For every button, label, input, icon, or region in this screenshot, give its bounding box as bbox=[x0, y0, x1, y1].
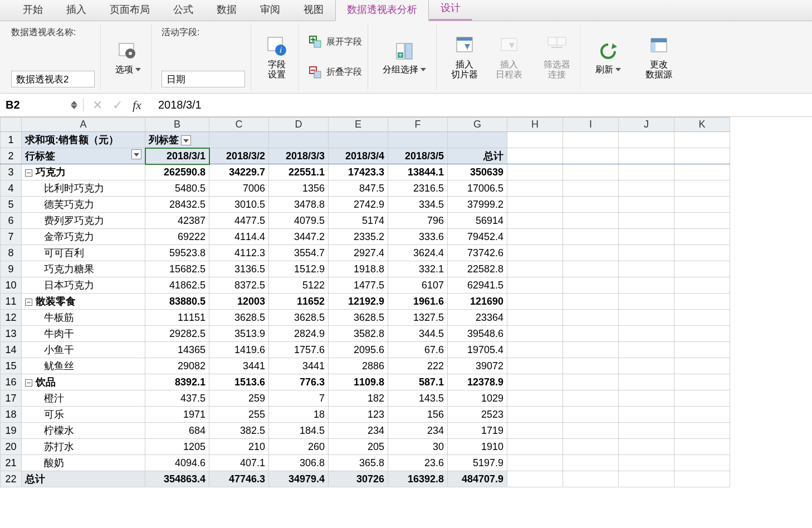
cell[interactable] bbox=[619, 455, 674, 471]
cell[interactable] bbox=[674, 390, 730, 407]
cell[interactable]: 3441 bbox=[269, 358, 329, 374]
cell[interactable]: 2018/3/1 bbox=[145, 148, 209, 164]
cell[interactable]: 23.6 bbox=[388, 455, 448, 471]
cell[interactable]: 37999.2 bbox=[448, 197, 507, 213]
cell[interactable]: 4477.5 bbox=[209, 213, 269, 229]
cell[interactable] bbox=[507, 164, 563, 180]
active-field-input[interactable] bbox=[162, 71, 245, 87]
cell[interactable]: 684 bbox=[145, 423, 209, 439]
tab-insert[interactable]: 插入 bbox=[55, 0, 98, 21]
cell[interactable] bbox=[507, 342, 563, 358]
cell[interactable]: 143.5 bbox=[388, 390, 448, 407]
cell[interactable] bbox=[563, 132, 619, 148]
cell[interactable]: 2742.9 bbox=[329, 197, 388, 213]
cell[interactable] bbox=[674, 164, 730, 180]
cell[interactable] bbox=[507, 277, 563, 294]
cell[interactable]: 18 bbox=[269, 407, 329, 423]
formula-input[interactable]: 2018/3/1 bbox=[150, 99, 812, 111]
cell[interactable] bbox=[269, 132, 329, 148]
cell[interactable]: 210 bbox=[209, 439, 269, 455]
cell[interactable] bbox=[619, 294, 674, 310]
cell[interactable]: 12192.9 bbox=[329, 294, 388, 310]
cell[interactable]: 333.6 bbox=[388, 229, 448, 245]
cell[interactable] bbox=[507, 471, 563, 487]
cell[interactable] bbox=[507, 455, 563, 471]
col-header[interactable]: C bbox=[209, 118, 269, 132]
grid[interactable]: A B C D E F G H I J K 1求和项:销售额（元）列标签2行标签… bbox=[0, 117, 812, 528]
cell[interactable] bbox=[619, 245, 674, 261]
cell[interactable]: 6107 bbox=[388, 277, 448, 294]
cell[interactable]: 2018/3/4 bbox=[329, 148, 388, 164]
col-header[interactable]: I bbox=[563, 118, 619, 132]
row-header[interactable]: 11 bbox=[1, 294, 22, 310]
cell[interactable] bbox=[674, 310, 730, 326]
cell[interactable] bbox=[674, 342, 730, 358]
cell[interactable]: 3010.5 bbox=[209, 197, 269, 213]
cell[interactable]: 16392.8 bbox=[388, 471, 448, 487]
cell[interactable]: 30 bbox=[388, 439, 448, 455]
cell[interactable]: 费列罗巧克力 bbox=[22, 213, 145, 229]
cell[interactable] bbox=[563, 197, 619, 213]
cell[interactable]: 259 bbox=[209, 390, 269, 407]
cell[interactable]: 587.1 bbox=[388, 374, 448, 390]
cell[interactable] bbox=[563, 342, 619, 358]
cell[interactable]: 可可百利 bbox=[22, 245, 145, 261]
cell[interactable] bbox=[619, 358, 674, 374]
cell[interactable] bbox=[619, 132, 674, 148]
cell[interactable]: 2018/3/5 bbox=[388, 148, 448, 164]
cell[interactable] bbox=[619, 277, 674, 294]
row-header[interactable]: 20 bbox=[1, 439, 22, 455]
cell[interactable]: 17006.5 bbox=[448, 180, 507, 197]
cell[interactable]: 11151 bbox=[145, 310, 209, 326]
cell[interactable]: 334.5 bbox=[388, 197, 448, 213]
cell[interactable]: 39548.6 bbox=[448, 326, 507, 342]
cell[interactable]: 3478.8 bbox=[269, 197, 329, 213]
cell[interactable]: 比利时巧克力 bbox=[22, 180, 145, 197]
cell[interactable] bbox=[619, 197, 674, 213]
cell[interactable] bbox=[563, 358, 619, 374]
col-header[interactable]: A bbox=[22, 118, 145, 132]
cell[interactable]: 4114.4 bbox=[209, 229, 269, 245]
cell[interactable]: 56914 bbox=[448, 213, 507, 229]
cell[interactable]: 59523.8 bbox=[145, 245, 209, 261]
cell[interactable]: 1029 bbox=[448, 390, 507, 407]
cell[interactable]: 354863.4 bbox=[145, 471, 209, 487]
cell[interactable] bbox=[563, 213, 619, 229]
pt-name-input[interactable] bbox=[11, 71, 95, 87]
cell[interactable] bbox=[563, 180, 619, 197]
cell[interactable] bbox=[674, 245, 730, 261]
cell[interactable]: 29082 bbox=[145, 358, 209, 374]
cell[interactable] bbox=[563, 310, 619, 326]
cell[interactable]: 2886 bbox=[329, 358, 388, 374]
cell[interactable] bbox=[563, 455, 619, 471]
cell[interactable]: 484707.9 bbox=[448, 471, 507, 487]
cell[interactable]: 1419.6 bbox=[209, 342, 269, 358]
row-header[interactable]: 17 bbox=[1, 390, 22, 407]
cell[interactable] bbox=[619, 310, 674, 326]
row-header[interactable]: 16 bbox=[1, 374, 22, 390]
col-header[interactable]: E bbox=[329, 118, 388, 132]
name-box[interactable]: B2 bbox=[0, 99, 84, 111]
cell[interactable] bbox=[619, 471, 674, 487]
tab-view[interactable]: 视图 bbox=[292, 0, 335, 21]
cell[interactable] bbox=[563, 471, 619, 487]
cell[interactable]: 19705.4 bbox=[448, 342, 507, 358]
cell[interactable]: 3513.9 bbox=[209, 326, 269, 342]
cell[interactable]: 3554.7 bbox=[269, 245, 329, 261]
cell[interactable]: 22582.8 bbox=[448, 261, 507, 277]
cell[interactable]: 306.8 bbox=[269, 455, 329, 471]
confirm-icon[interactable]: ✓ bbox=[112, 98, 123, 113]
cell[interactable]: 1757.6 bbox=[269, 342, 329, 358]
cell[interactable]: 437.5 bbox=[145, 390, 209, 407]
col-header[interactable]: G bbox=[448, 118, 507, 132]
cell[interactable]: 29282.5 bbox=[145, 326, 209, 342]
cell[interactable]: 巧克力糖果 bbox=[22, 261, 145, 277]
cell[interactable]: 1961.6 bbox=[388, 294, 448, 310]
cell[interactable] bbox=[563, 148, 619, 164]
cell[interactable]: 847.5 bbox=[329, 180, 388, 197]
cell[interactable]: 262590.8 bbox=[145, 164, 209, 180]
cell[interactable] bbox=[619, 261, 674, 277]
cell[interactable]: 13844.1 bbox=[388, 164, 448, 180]
cell[interactable] bbox=[674, 471, 730, 487]
cell[interactable] bbox=[674, 439, 730, 455]
